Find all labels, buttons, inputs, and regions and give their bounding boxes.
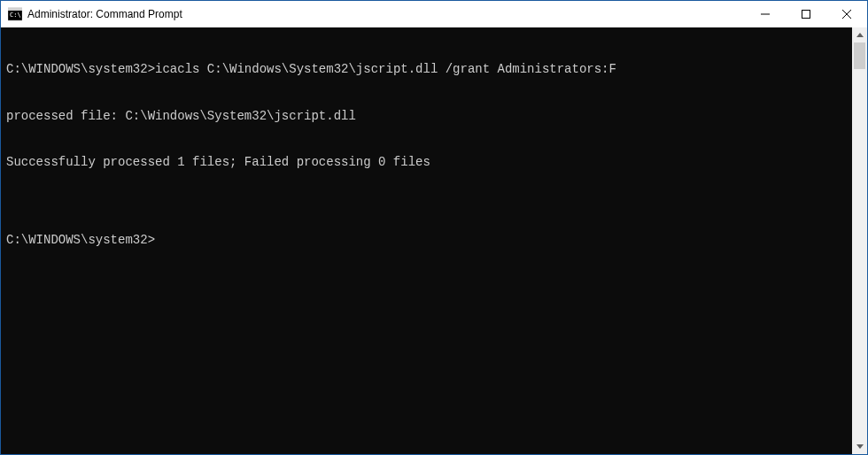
close-button[interactable]: [826, 1, 867, 27]
console-output[interactable]: C:\WINDOWS\system32>icacls C:\Windows\Sy…: [1, 27, 852, 454]
minimize-button[interactable]: [745, 1, 786, 27]
console-line: C:\WINDOWS\system32>icacls C:\Windows\Sy…: [6, 62, 847, 78]
scroll-up-button[interactable]: [852, 27, 867, 42]
titlebar[interactable]: C:\ Administrator: Command Prompt: [1, 1, 867, 27]
scroll-down-button[interactable]: [852, 439, 867, 454]
svg-rect-4: [802, 11, 810, 19]
svg-rect-1: [8, 8, 22, 11]
window-title: Administrator: Command Prompt: [27, 8, 745, 20]
cmd-icon: C:\: [8, 7, 22, 21]
window-controls: [745, 1, 867, 27]
svg-text:C:\: C:\: [10, 12, 21, 19]
console-line: C:\WINDOWS\system32>: [6, 233, 847, 249]
vertical-scrollbar[interactable]: [852, 27, 867, 454]
cursor: [155, 235, 162, 247]
cmd-window: C:\ Administrator: Command Prompt C:\WIN…: [0, 0, 868, 455]
console-area: C:\WINDOWS\system32>icacls C:\Windows\Sy…: [1, 27, 867, 454]
scroll-thumb[interactable]: [854, 42, 865, 69]
command-text: icacls C:\Windows\System32\jscript.dll /…: [155, 62, 616, 76]
maximize-button[interactable]: [786, 1, 826, 27]
console-line: processed file: C:\Windows\System32\jscr…: [6, 109, 847, 125]
prompt: C:\WINDOWS\system32>: [6, 62, 155, 76]
console-line: Successfully processed 1 files; Failed p…: [6, 155, 847, 171]
prompt: C:\WINDOWS\system32>: [6, 233, 155, 247]
